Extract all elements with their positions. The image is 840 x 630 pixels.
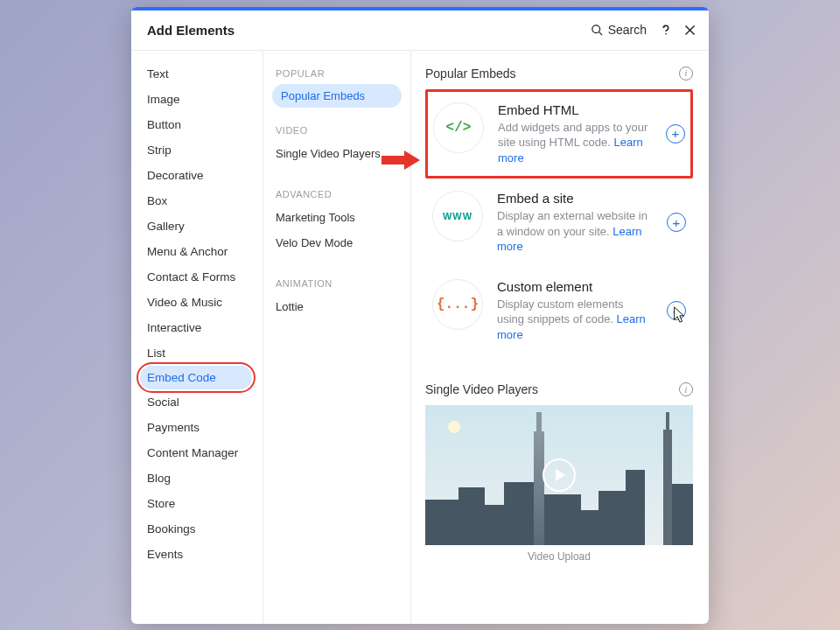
add-custom-element-button[interactable]: + (667, 301, 686, 320)
category-content-manager[interactable]: Content Manager (131, 440, 262, 466)
section-heading-video: VIDEO (263, 118, 410, 141)
embed-site-card[interactable]: WWW Embed a site Display an external web… (425, 178, 693, 267)
popular-embeds-heading: Popular Embeds (425, 66, 679, 80)
panel-header: Add Elements Search (131, 10, 709, 51)
category-video-music[interactable]: Video & Music (131, 290, 262, 315)
category-gallery[interactable]: Gallery (131, 214, 262, 239)
category-blog[interactable]: Blog (131, 466, 262, 491)
category-list: Text Image Button Strip Decorative Box G… (131, 51, 262, 624)
building-shape (544, 494, 581, 545)
category-interactive[interactable]: Interactive (131, 315, 262, 340)
custom-element-card[interactable]: {...} Custom element Display custom elem… (425, 267, 693, 355)
category-social[interactable]: Social (131, 389, 262, 415)
category-decorative[interactable]: Decorative (131, 163, 262, 188)
single-video-players-heading: Single Video Players (425, 382, 679, 396)
svg-point-2 (665, 33, 667, 35)
cursor-icon (671, 305, 687, 325)
sub-marketing-tools[interactable]: Marketing Tools (263, 205, 410, 230)
building-shape (626, 470, 645, 545)
sub-velo-dev-mode[interactable]: Velo Dev Mode (263, 230, 410, 256)
help-button[interactable] (659, 23, 673, 37)
braces-icon: {...} (432, 279, 483, 330)
category-image[interactable]: Image (131, 87, 262, 112)
category-events[interactable]: Events (131, 542, 262, 567)
category-bookings[interactable]: Bookings (131, 516, 262, 542)
panel-body: Text Image Button Strip Decorative Box G… (131, 51, 709, 624)
building-shape (534, 431, 544, 545)
section-heading-popular: POPULAR (263, 61, 410, 84)
building-shape (458, 487, 485, 545)
building-shape (581, 510, 598, 545)
add-embed-html-button[interactable]: + (666, 124, 685, 144)
custom-element-desc-text: Display custom elements using snippets o… (497, 298, 624, 326)
info-icon[interactable]: i (679, 382, 693, 396)
code-icon: </> (433, 102, 484, 153)
sub-popular-embeds[interactable]: Popular Embeds (272, 84, 402, 108)
category-payments[interactable]: Payments (131, 415, 262, 440)
category-store[interactable]: Store (131, 491, 262, 516)
building-shape (425, 500, 458, 545)
add-embed-site-button[interactable]: + (667, 213, 686, 232)
sub-lottie[interactable]: Lottie (263, 294, 410, 319)
category-embed-code[interactable]: Embed Code (140, 366, 252, 389)
play-icon[interactable] (542, 458, 576, 492)
svg-point-0 (592, 24, 600, 32)
building-shape (504, 482, 534, 545)
embed-options-pane: Popular Embeds i </> Embed HTML Add widg… (411, 51, 709, 624)
video-caption: Video Upload (425, 550, 693, 563)
embed-html-card[interactable]: </> Embed HTML Add widgets and apps to y… (425, 89, 693, 179)
category-box[interactable]: Box (131, 188, 262, 214)
category-contact-forms[interactable]: Contact & Forms (131, 264, 262, 290)
close-button[interactable] (683, 24, 696, 37)
www-icon: WWW (432, 191, 483, 242)
category-menu-anchor[interactable]: Menu & Anchor (131, 239, 262, 264)
embed-site-title: Embed a site (497, 191, 653, 206)
embed-html-title: Embed HTML (498, 102, 652, 117)
search-button[interactable]: Search (591, 23, 647, 37)
svg-line-1 (598, 32, 602, 35)
group-head-popular-embeds: Popular Embeds i (425, 66, 693, 80)
panel-title: Add Elements (147, 23, 234, 38)
info-icon[interactable]: i (679, 66, 693, 80)
add-elements-panel: Add Elements Search Text Image But (131, 7, 709, 624)
custom-element-title: Custom element (497, 279, 653, 294)
building-shape (672, 484, 693, 545)
embed-html-desc: Add widgets and apps to your site using … (498, 120, 652, 166)
category-button[interactable]: Button (131, 112, 262, 137)
group-head-video: Single Video Players i (425, 382, 693, 396)
sub-single-video-players[interactable]: Single Video Players (263, 141, 410, 166)
building-shape (485, 505, 504, 545)
search-icon (591, 24, 604, 37)
category-strip[interactable]: Strip (131, 137, 262, 163)
section-heading-animation: ANIMATION (263, 271, 410, 294)
embed-site-desc: Display an external website in a window … (497, 208, 653, 255)
category-list-item[interactable]: List (131, 340, 262, 366)
section-heading-advanced: ADVANCED (263, 182, 410, 205)
search-label: Search (608, 23, 647, 37)
subcategory-list: POPULAR Popular Embeds VIDEO Single Vide… (262, 51, 411, 624)
custom-element-desc: Display custom elements using snippets o… (497, 297, 653, 343)
video-player-thumb[interactable] (425, 405, 693, 545)
building-shape (663, 430, 672, 545)
category-text[interactable]: Text (131, 61, 262, 87)
